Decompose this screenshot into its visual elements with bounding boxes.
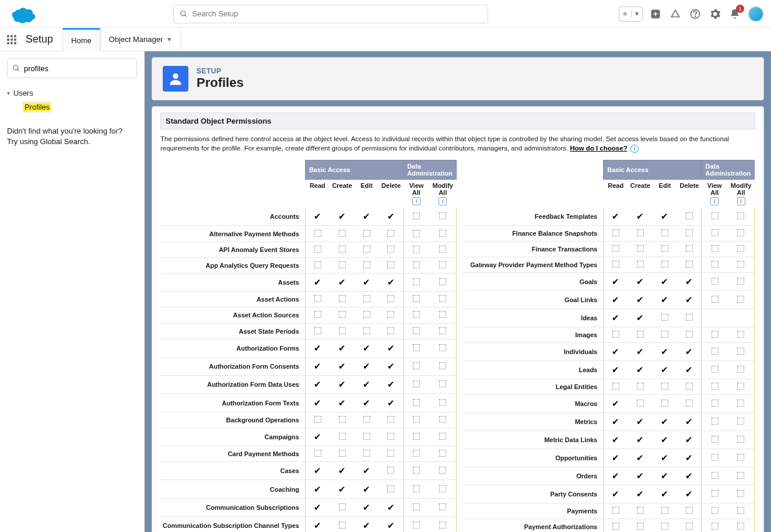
- perm-checked[interactable]: ✔: [305, 462, 330, 480]
- perm-checked[interactable]: ✔: [653, 431, 677, 449]
- perm-checked[interactable]: ✔: [379, 357, 404, 375]
- perm-checked[interactable]: ✔: [653, 449, 677, 467]
- perm-checked[interactable]: ✔: [330, 357, 354, 375]
- perm-unchecked[interactable]: [702, 485, 728, 503]
- global-actions-icon[interactable]: [649, 7, 663, 21]
- perm-checked[interactable]: ✔: [355, 516, 379, 532]
- perm-unchecked[interactable]: [677, 395, 702, 413]
- perm-unchecked[interactable]: [702, 273, 728, 291]
- perm-checked[interactable]: ✔: [355, 339, 379, 357]
- perm-unchecked[interactable]: [702, 361, 728, 379]
- perm-checked[interactable]: ✔: [628, 431, 653, 449]
- perm-checked[interactable]: ✔: [305, 376, 330, 394]
- perm-unchecked[interactable]: [355, 428, 379, 446]
- perm-unchecked[interactable]: [404, 307, 430, 323]
- perm-unchecked[interactable]: [404, 480, 430, 498]
- perm-unchecked[interactable]: [628, 242, 653, 257]
- perm-unchecked[interactable]: [330, 428, 354, 446]
- perm-unchecked[interactable]: [429, 376, 456, 394]
- global-search[interactable]: [173, 5, 488, 23]
- perm-unchecked[interactable]: [702, 226, 728, 242]
- perm-checked[interactable]: ✔: [604, 449, 628, 467]
- perm-unchecked[interactable]: [404, 412, 430, 428]
- perm-checked[interactable]: ✔: [330, 394, 354, 412]
- perm-unchecked[interactable]: [702, 343, 728, 361]
- perm-unchecked[interactable]: [330, 323, 354, 339]
- perm-unchecked[interactable]: [355, 292, 379, 307]
- perm-unchecked[interactable]: [702, 257, 728, 273]
- perm-unchecked[interactable]: [404, 257, 430, 273]
- perm-unchecked[interactable]: [653, 257, 677, 273]
- tree-item-profiles[interactable]: Profiles: [22, 101, 52, 113]
- salesforce-help-icon[interactable]: [668, 7, 682, 21]
- perm-unchecked[interactable]: [702, 327, 728, 343]
- perm-unchecked[interactable]: [429, 273, 456, 291]
- perm-checked[interactable]: ✔: [305, 498, 330, 516]
- perm-unchecked[interactable]: [677, 226, 702, 242]
- perm-checked[interactable]: ✔: [653, 467, 677, 485]
- favorites-dropdown[interactable]: ★ ▼: [619, 6, 643, 22]
- perm-unchecked[interactable]: [728, 431, 755, 449]
- perm-unchecked[interactable]: [330, 242, 354, 257]
- perm-checked[interactable]: ✔: [355, 498, 379, 516]
- perm-unchecked[interactable]: [305, 323, 330, 339]
- perm-unchecked[interactable]: [429, 307, 456, 323]
- perm-unchecked[interactable]: [355, 412, 379, 428]
- perm-checked[interactable]: ✔: [677, 467, 702, 485]
- perm-unchecked[interactable]: [330, 226, 354, 242]
- perm-unchecked[interactable]: [702, 208, 728, 226]
- perm-checked[interactable]: ✔: [379, 208, 404, 226]
- perm-checked[interactable]: ✔: [330, 339, 354, 357]
- perm-unchecked[interactable]: [702, 449, 728, 467]
- perm-unchecked[interactable]: [628, 379, 653, 395]
- perm-unchecked[interactable]: [728, 208, 755, 226]
- perm-unchecked[interactable]: [404, 376, 430, 394]
- perm-unchecked[interactable]: [628, 503, 653, 519]
- perm-unchecked[interactable]: [330, 257, 354, 273]
- perm-checked[interactable]: ✔: [355, 394, 379, 412]
- perm-checked[interactable]: ✔: [305, 339, 330, 357]
- perm-unchecked[interactable]: [702, 413, 728, 431]
- perm-checked[interactable]: ✔: [355, 208, 379, 226]
- perm-unchecked[interactable]: [728, 413, 755, 431]
- perm-checked[interactable]: ✔: [604, 273, 628, 291]
- perm-unchecked[interactable]: [604, 242, 628, 257]
- how-do-i-choose-link[interactable]: How do I choose?: [570, 145, 627, 152]
- perm-unchecked[interactable]: [653, 327, 677, 343]
- perm-unchecked[interactable]: [330, 446, 354, 462]
- app-launcher-icon[interactable]: [0, 28, 23, 51]
- perm-checked[interactable]: ✔: [653, 273, 677, 291]
- perm-unchecked[interactable]: [677, 327, 702, 343]
- perm-unchecked[interactable]: [305, 257, 330, 273]
- perm-checked[interactable]: ✔: [305, 480, 330, 498]
- perm-unchecked[interactable]: [404, 339, 430, 357]
- perm-unchecked[interactable]: [702, 503, 728, 519]
- perm-unchecked[interactable]: [404, 498, 430, 516]
- perm-checked[interactable]: ✔: [604, 343, 628, 361]
- perm-unchecked[interactable]: [330, 498, 354, 516]
- perm-unchecked[interactable]: [379, 242, 404, 257]
- perm-unchecked[interactable]: [379, 323, 404, 339]
- perm-checked[interactable]: ✔: [628, 449, 653, 467]
- perm-unchecked[interactable]: [404, 273, 430, 291]
- perm-checked[interactable]: ✔: [628, 343, 653, 361]
- perm-unchecked[interactable]: [702, 431, 728, 449]
- perm-unchecked[interactable]: [404, 394, 430, 412]
- perm-unchecked[interactable]: [429, 323, 456, 339]
- perm-unchecked[interactable]: [628, 395, 653, 413]
- perm-checked[interactable]: ✔: [653, 343, 677, 361]
- perm-unchecked[interactable]: [429, 257, 456, 273]
- perm-unchecked[interactable]: [429, 339, 456, 357]
- perm-unchecked[interactable]: [404, 226, 430, 242]
- perm-unchecked[interactable]: [404, 446, 430, 462]
- perm-checked[interactable]: ✔: [677, 291, 702, 309]
- perm-unchecked[interactable]: [702, 519, 728, 532]
- perm-unchecked[interactable]: [330, 412, 354, 428]
- perm-unchecked[interactable]: [728, 503, 755, 519]
- perm-checked[interactable]: ✔: [677, 361, 702, 379]
- perm-unchecked[interactable]: [628, 257, 653, 273]
- perm-unchecked[interactable]: [677, 208, 702, 226]
- perm-checked[interactable]: ✔: [677, 413, 702, 431]
- perm-unchecked[interactable]: [653, 503, 677, 519]
- perm-unchecked[interactable]: [677, 379, 702, 395]
